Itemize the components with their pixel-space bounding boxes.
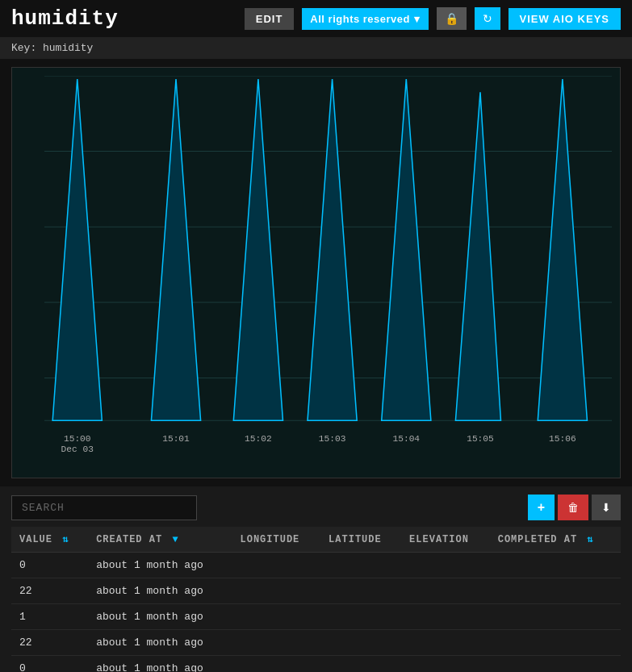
search-input[interactable] — [11, 495, 197, 520]
header-row: VALUE ⇅ CREATED AT ▼ LONGITUDE LATITUDE … — [11, 527, 621, 553]
cell-completed_at — [490, 630, 621, 656]
edit-button[interactable]: EDIT — [245, 8, 295, 30]
cell-completed_at — [490, 553, 621, 578]
cell-value: 0 — [11, 553, 88, 578]
cell-elevation — [401, 553, 490, 578]
table-row: 22about 1 month ago — [11, 630, 621, 656]
sort-icon-value: ⇅ — [62, 534, 69, 545]
svg-marker-16 — [455, 92, 500, 420]
svg-text:15:05: 15:05 — [467, 434, 494, 444]
cell-latitude — [320, 604, 401, 630]
sort-icon-created: ▼ — [172, 534, 178, 545]
table-header: VALUE ⇅ CREATED AT ▼ LONGITUDE LATITUDE … — [11, 527, 621, 553]
cell-created_at: about 1 month ago — [88, 630, 232, 656]
table-row: 22about 1 month ago — [11, 578, 621, 604]
cell-elevation — [401, 578, 490, 604]
cell-latitude — [320, 630, 401, 656]
col-completed-at[interactable]: COMPLETED AT ⇅ — [490, 527, 621, 553]
toolbar-buttons: + 🗑 ⬇ — [528, 495, 621, 520]
cell-completed_at — [490, 578, 621, 604]
download-button[interactable]: ⬇ — [592, 495, 621, 520]
table-section: + 🗑 ⬇ VALUE ⇅ CREATED AT ▼ LONGITUDE LAT… — [0, 486, 632, 672]
page-title: humidity — [11, 6, 236, 31]
sort-icon-completed: ⇅ — [587, 534, 593, 545]
cell-value: 1 — [11, 604, 88, 630]
cell-value: 22 — [11, 630, 88, 656]
chart-svg: 0 5 10 15 20 15:00 Dec 03 15:01 — [44, 76, 612, 453]
cell-created_at: about 1 month ago — [88, 604, 232, 630]
svg-text:15:00: 15:00 — [64, 434, 91, 444]
delete-button[interactable]: 🗑 — [558, 495, 588, 520]
cell-elevation — [401, 630, 490, 656]
rights-button[interactable]: All rights reserved ▾ — [302, 8, 428, 30]
cell-value: 0 — [11, 656, 88, 673]
cell-longitude — [232, 656, 320, 673]
data-table: VALUE ⇅ CREATED AT ▼ LONGITUDE LATITUDE … — [11, 527, 621, 672]
cell-longitude — [232, 630, 320, 656]
cell-completed_at — [490, 604, 621, 630]
svg-marker-15 — [382, 79, 431, 420]
cell-latitude — [320, 656, 401, 673]
svg-text:15:04: 15:04 — [392, 434, 420, 444]
cell-elevation — [401, 656, 490, 673]
col-elevation: ELEVATION — [401, 527, 490, 553]
svg-text:15:06: 15:06 — [549, 434, 576, 444]
cell-longitude — [232, 578, 320, 604]
key-line: Key: humidity — [0, 37, 632, 59]
refresh-icon: ↻ — [483, 12, 492, 25]
table-row: 1about 1 month ago — [11, 604, 621, 630]
svg-marker-14 — [308, 79, 357, 420]
svg-marker-13 — [233, 79, 283, 420]
svg-marker-12 — [151, 79, 200, 420]
col-longitude: LONGITUDE — [232, 527, 320, 553]
svg-text:15:02: 15:02 — [245, 434, 272, 444]
chart-inner: 0 5 10 15 20 15:00 Dec 03 15:01 — [11, 67, 621, 478]
key-label: Key: humidity — [11, 42, 93, 54]
cell-completed_at — [490, 656, 621, 673]
svg-text:15:01: 15:01 — [162, 434, 190, 444]
lock-button[interactable]: 🔒 — [437, 7, 467, 30]
table-row: 0about 1 month ago — [11, 553, 621, 578]
svg-marker-17 — [538, 79, 587, 420]
table-body: 0about 1 month ago22about 1 month ago1ab… — [11, 553, 621, 673]
download-icon: ⬇ — [601, 501, 611, 514]
cell-longitude — [232, 604, 320, 630]
table-toolbar: + 🗑 ⬇ — [11, 495, 621, 520]
cell-created_at: about 1 month ago — [88, 553, 232, 578]
col-value[interactable]: VALUE ⇅ — [11, 527, 88, 553]
lock-icon: 🔒 — [445, 12, 458, 25]
trash-icon: 🗑 — [567, 501, 579, 514]
svg-text:15:03: 15:03 — [319, 434, 346, 444]
cell-latitude — [320, 553, 401, 578]
rights-label: All rights reserved — [310, 13, 410, 25]
aio-keys-button[interactable]: VIEW AIO KEYS — [509, 8, 621, 30]
refresh-button[interactable]: ↻ — [475, 7, 500, 30]
cell-longitude — [232, 553, 320, 578]
svg-text:Dec 03: Dec 03 — [61, 445, 94, 453]
cell-latitude — [320, 578, 401, 604]
cell-value: 22 — [11, 578, 88, 604]
svg-marker-11 — [52, 79, 102, 420]
cell-created_at: about 1 month ago — [88, 656, 232, 673]
col-created-at[interactable]: CREATED AT ▼ — [88, 527, 232, 553]
plus-icon: + — [538, 500, 545, 514]
chart-container: 0 5 10 15 20 15:00 Dec 03 15:01 — [0, 59, 632, 486]
col-latitude: LATITUDE — [320, 527, 401, 553]
chevron-down-icon: ▾ — [414, 13, 421, 25]
cell-created_at: about 1 month ago — [88, 578, 232, 604]
header: humidity EDIT All rights reserved ▾ 🔒 ↻ … — [0, 0, 632, 37]
cell-elevation — [401, 604, 490, 630]
add-button[interactable]: + — [528, 495, 555, 520]
table-row: 0about 1 month ago — [11, 656, 621, 673]
